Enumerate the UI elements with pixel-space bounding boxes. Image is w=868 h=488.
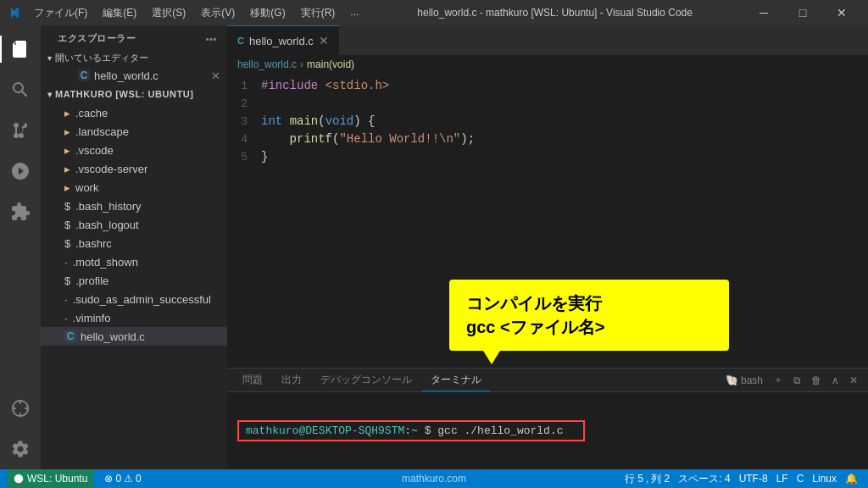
bash-label: 🐚 bash (722, 373, 766, 388)
file-icon: $ (64, 219, 70, 231)
file-vscode[interactable]: ▸ .vscode (41, 141, 227, 159)
close-editor-icon[interactable]: ✕ (211, 69, 220, 82)
errors-status[interactable]: ⊗ 0 ⚠ 0 (101, 469, 144, 488)
file-viminfo[interactable]: · .viminfo (41, 308, 227, 327)
workspace-chevron: ▾ (47, 90, 52, 99)
file-vscode-server[interactable]: ▸ .vscode-server (41, 159, 227, 178)
open-editors-chevron: ▾ (47, 53, 52, 63)
encoding-status[interactable]: UTF-8 (736, 469, 771, 488)
status-right: 行 5, 列 2 スペース: 4 UTF-8 LF C Linux 🔔 (621, 469, 861, 488)
split-terminal-button[interactable]: ⧉ (790, 373, 804, 388)
expand-terminal-button[interactable]: ∧ (828, 373, 843, 388)
breadcrumb-sep: › (300, 58, 303, 70)
settings-activity-icon[interactable] (0, 429, 41, 469)
search-activity-icon[interactable] (0, 69, 41, 110)
main-layout: エクスプローラー ••• ▾ 開いているエディター C hello_world.… (0, 25, 868, 469)
file-icon: $ (64, 274, 70, 287)
code-line-2: 2 (227, 95, 868, 113)
source-control-activity-icon[interactable] (0, 110, 41, 151)
delete-terminal-button[interactable]: 🗑 (808, 373, 825, 388)
notifications-status[interactable]: 🔔 (842, 469, 861, 488)
menu-run[interactable]: 実行(R) (294, 4, 342, 22)
code-line-5: 5 } (227, 148, 868, 166)
terminal-tabs: 問題 出力 デバッグコンソール ターミナル 🐚 bash ＋ ⧉ 🗑 ∧ ✕ (227, 369, 868, 392)
menu-select[interactable]: 選択(S) (145, 4, 192, 22)
window-controls: ─ □ ✕ (744, 0, 861, 25)
terminal-prompt: mathkuro@DESKTOP-SQH9STM:~ $ gcc ./hello… (237, 420, 585, 441)
explorer-activity-icon[interactable] (0, 29, 41, 69)
maximize-button[interactable]: □ (783, 0, 822, 25)
error-icon: ⊗ (104, 473, 113, 485)
app-icon (7, 4, 24, 21)
folder-icon: ▸ (64, 181, 70, 194)
breadcrumb-symbol[interactable]: main(void) (307, 58, 354, 70)
menu-file[interactable]: ファイル(F) (27, 4, 94, 22)
wsl-status[interactable]: WSL: Ubuntu (7, 469, 94, 488)
warning-icon: ⚠ (124, 473, 133, 485)
breadcrumb: hello_world.c › main(void) (227, 55, 868, 74)
workspace-section[interactable]: ▾ MATHKURO [WSL: UBUNTU] (41, 85, 227, 103)
folder-icon: ▸ (64, 107, 70, 119)
menu-go[interactable]: 移動(G) (243, 4, 292, 22)
open-editors-section[interactable]: ▾ 開いているエディター (41, 48, 227, 66)
file-icon: · (64, 293, 68, 306)
menu-more[interactable]: ... (343, 4, 365, 22)
prompt-command: gcc ./hello_world.c (437, 424, 563, 437)
open-file-hello-world[interactable]: C hello_world.c ✕ (41, 66, 227, 85)
file-icon: $ (64, 200, 70, 213)
run-debug-activity-icon[interactable] (0, 151, 41, 191)
c-file-icon: C (78, 69, 90, 81)
terminal-body[interactable]: mathkuro@DESKTOP-SQH9STM:~ $ gcc ./hello… (227, 392, 868, 469)
sidebar: エクスプローラー ••• ▾ 開いているエディター C hello_world.… (41, 25, 227, 469)
tab-c-icon: C (237, 36, 244, 46)
close-terminal-button[interactable]: ✕ (846, 373, 861, 388)
menu-view[interactable]: 表示(V) (194, 4, 242, 22)
tab-output[interactable]: 出力 (273, 369, 310, 391)
file-bash-history[interactable]: $ .bash_history (41, 197, 227, 215)
file-sudo[interactable]: · .sudo_as_admin_successful (41, 290, 227, 308)
line-col-status[interactable]: 行 5, 列 2 (621, 469, 673, 488)
file-bashrc[interactable]: $ .bashrc (41, 234, 227, 252)
terminal-panel: 問題 出力 デバッグコンソール ターミナル 🐚 bash ＋ ⧉ 🗑 ∧ ✕ m… (227, 368, 868, 469)
explorer-more-icon[interactable]: ••• (206, 34, 217, 44)
prompt-dollar: $ (418, 424, 437, 437)
file-cache[interactable]: ▸ .cache (41, 103, 227, 122)
close-tab-button[interactable]: ✕ (319, 34, 329, 47)
tab-problems[interactable]: 問題 (234, 369, 271, 391)
folder-icon: ▸ (64, 125, 70, 138)
menu-edit[interactable]: 編集(E) (96, 4, 143, 22)
tab-terminal[interactable]: ターミナル (422, 369, 490, 391)
file-profile[interactable]: $ .profile (41, 271, 227, 290)
tab-debug-console[interactable]: デバッグコンソール (312, 369, 420, 391)
tab-hello-world[interactable]: C hello_world.c ✕ (227, 25, 339, 55)
minimize-button[interactable]: ─ (744, 0, 783, 25)
code-line-1: 1 #include <stdio.h> (227, 77, 868, 95)
file-icon: · (64, 312, 68, 324)
file-landscape[interactable]: ▸ .landscape (41, 122, 227, 141)
folder-icon: ▸ (64, 163, 70, 175)
status-center-text: mathkuro.com (402, 473, 466, 485)
terminal-controls: 🐚 bash ＋ ⧉ 🗑 ∧ ✕ (722, 371, 861, 389)
spaces-status[interactable]: スペース: 4 (675, 469, 733, 488)
editor-area: C hello_world.c ✕ hello_world.c › main(v… (227, 25, 868, 469)
linux-status[interactable]: Linux (809, 469, 840, 488)
titlebar: ファイル(F) 編集(E) 選択(S) 表示(V) 移動(G) 実行(R) ..… (0, 0, 868, 25)
format-status[interactable]: C (793, 469, 808, 488)
file-hello-world[interactable]: C hello_world.c (41, 327, 227, 346)
extensions-activity-icon[interactable] (0, 191, 41, 232)
prompt-host: @DESKTOP-SQH9STM (298, 424, 404, 437)
statusbar: WSL: Ubuntu ⊗ 0 ⚠ 0 mathkuro.com 行 5, 列 … (0, 469, 868, 488)
add-terminal-button[interactable]: ＋ (770, 371, 787, 389)
activity-bar (0, 25, 41, 469)
tab-bar: C hello_world.c ✕ (227, 25, 868, 55)
file-bash-logout[interactable]: $ .bash_logout (41, 215, 227, 234)
breadcrumb-file[interactable]: hello_world.c (237, 58, 297, 70)
file-work[interactable]: ▸ work (41, 178, 227, 197)
line-ending-status[interactable]: LF (773, 469, 792, 488)
file-motd-shown[interactable]: · .motd_shown (41, 252, 227, 271)
c-file-icon-active: C (64, 330, 76, 342)
remote-activity-icon[interactable] (0, 388, 41, 429)
activity-bottom (0, 388, 41, 469)
menu-bar: ファイル(F) 編集(E) 選択(S) 表示(V) 移動(G) 実行(R) ..… (27, 4, 365, 22)
close-button[interactable]: ✕ (822, 0, 861, 25)
